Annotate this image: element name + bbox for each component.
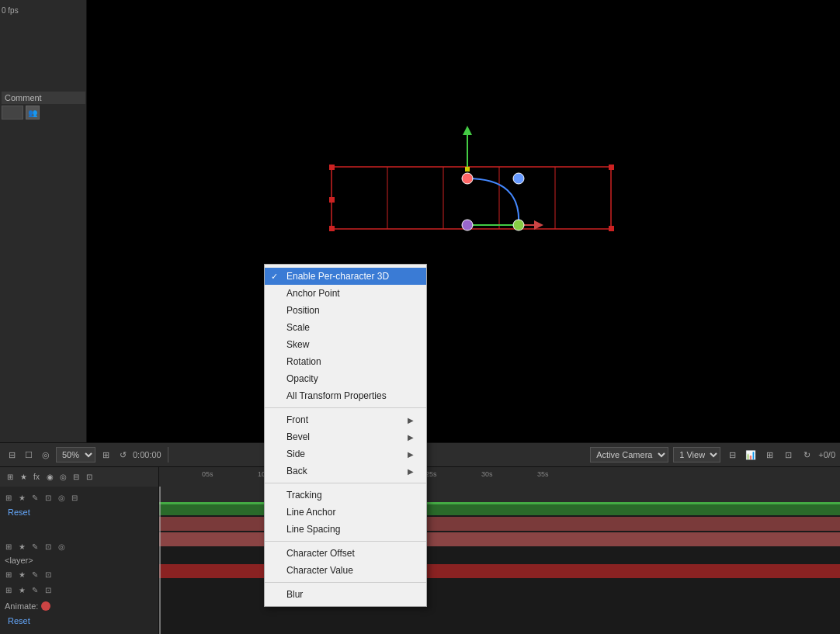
menu-item-label-character-offset: Character Offset [286,548,355,559]
svg-point-17 [462,220,473,230]
toolbar-icon-b[interactable]: 📊 [744,448,758,462]
tl-icon-2c[interactable]: ✎ [30,541,40,552]
menu-item-all-transform[interactable]: All Transform Properties [265,387,426,404]
tl-icon-3c[interactable]: ✎ [30,569,40,580]
menu-item-bevel[interactable]: Bevel▶ [265,428,426,445]
tl-icon-2e[interactable]: ◎ [56,541,67,552]
tl-icon-4b[interactable]: ★ [16,584,27,595]
svg-point-18 [513,220,524,230]
tl-icon-star[interactable]: ★ [16,492,27,503]
menu-item-label-front: Front [286,414,308,425]
reset-row-1: Reset [0,505,158,519]
menu-item-anchor-point[interactable]: Anchor Point [265,285,426,302]
track-pink-1 [159,517,840,531]
tl-icon-5[interactable]: ◎ [57,472,68,483]
toolbar-icon-5[interactable]: ↺ [116,448,130,462]
tl-icon-3a[interactable]: ⊞ [3,569,14,580]
reset-btn-1[interactable]: Reset [5,506,33,518]
toolbar-icon-d[interactable]: ⊡ [781,448,795,462]
tl-icon-1[interactable]: ⊞ [5,472,16,483]
svg-rect-7 [329,226,335,231]
tl-icon-3[interactable]: fx [31,472,42,483]
menu-item-tracking[interactable]: Tracking [265,487,426,504]
menu-item-scale[interactable]: Scale [265,319,426,336]
view-select[interactable]: 1 View [673,447,720,463]
playhead[interactable] [159,487,161,634]
icon-people[interactable]: 👥 [26,106,40,120]
timeline-tracks [159,487,840,634]
reset-btn-2[interactable]: Reset [5,615,33,627]
timecode-display: 0:00:00 [133,450,161,459]
menu-item-line-anchor[interactable]: Line Anchor [265,504,426,521]
menu-item-label-opacity: Opacity [286,373,318,384]
tl-icon-3b[interactable]: ★ [16,569,27,580]
menu-item-label-tracking: Tracking [286,490,322,501]
track-ruler [159,487,840,502]
toolbar-icon-a[interactable]: ⊟ [725,448,739,462]
toolbar-icon-3[interactable]: ◎ [39,448,53,462]
animate-dot[interactable] [41,601,50,611]
menu-item-opacity[interactable]: Opacity [265,370,426,387]
menu-item-character-value[interactable]: Character Value [265,562,426,579]
menu-separator-separator3 [265,541,426,542]
menu-item-label-back: Back [286,466,307,476]
menu-item-blur[interactable]: Blur [265,586,426,603]
toolbar-right: Active Camera 1 View ⊟ 📊 ⊞ ⊡ ↻ +0/0 [590,447,835,463]
tl-icon-eye[interactable]: ◎ [56,492,67,503]
tl-icon-4c[interactable]: ✎ [30,584,40,595]
comment-label: Comment [5,93,42,102]
tl-icon-2b[interactable]: ★ [16,541,27,552]
tl-icon-3d[interactable]: ⊡ [43,569,54,580]
viewport [87,0,840,442]
tl-icon-4a[interactable]: ⊞ [3,584,14,595]
toolbar-icon-fit[interactable]: ⊞ [99,448,113,462]
tl-icon-7[interactable]: ⊡ [84,472,95,483]
comment-area: Comment [2,92,85,104]
menu-item-label-side: Side [286,449,305,459]
toolbar-icon-1[interactable]: ⊟ [5,448,19,462]
tl-icon-2[interactable]: ★ [18,472,29,483]
menu-item-label-line-spacing: Line Spacing [286,524,340,535]
toolbar-icon-e[interactable]: ↻ [800,448,814,462]
zoom-select[interactable]: 50% [56,447,95,463]
tl-icon-4d[interactable]: ⊡ [43,584,54,595]
time-ruler: 05s 10s 15s 20s 25s 30s 35s [159,467,840,487]
tl-icon-2d[interactable]: ⊡ [43,541,54,552]
svg-rect-5 [329,165,335,170]
menu-item-character-offset[interactable]: Character Offset [265,545,426,562]
active-camera-select[interactable]: Active Camera [590,447,668,463]
track-gap [159,548,840,563]
menu-item-front[interactable]: Front▶ [265,411,426,428]
svg-point-16 [513,173,524,184]
viewport-svg [87,0,840,442]
toolbar-icon-2[interactable]: ☐ [22,448,36,462]
time-mark-35s: 35s [537,470,549,478]
svg-rect-8 [609,165,614,170]
tl-icon-6[interactable]: ⊟ [71,472,82,483]
tl-icon-person[interactable]: ⊞ [3,492,14,503]
tl-row-4: ⊞ ★ ✎ ⊡ [0,582,158,598]
tl-icon-brush[interactable]: ✎ [30,492,40,503]
tl-icon-chain[interactable]: ⊡ [43,492,54,503]
tl-icon-2a[interactable]: ⊞ [3,541,14,552]
animate-row: Animate: [5,601,50,611]
tl-icon-lock[interactable]: ⊟ [69,492,80,503]
menu-item-line-spacing[interactable]: Line Spacing [265,521,426,538]
menu-item-back[interactable]: Back▶ [265,463,426,480]
menu-item-arrow-front: ▶ [408,416,414,424]
tl-icon-4[interactable]: ◉ [44,472,55,483]
reset-row-2: Reset [5,615,33,626]
svg-point-15 [462,173,473,184]
menu-item-rotation[interactable]: Rotation [265,353,426,370]
toolbar-icon-c[interactable]: ⊞ [762,448,776,462]
menu-item-skew[interactable]: Skew [265,336,426,353]
menu-item-arrow-bevel: ▶ [408,433,414,442]
menu-separator-separator2 [265,483,426,483]
tl-row-1: ⊞ ★ ✎ ⊡ ◎ ⊟ [0,490,158,505]
timeline-left-controls: ⊞ ★ ✎ ⊡ ◎ ⊟ Reset ⊞ ★ ✎ ⊡ ◎ <layer> ⊞ ★ … [0,487,159,634]
track-green-top [159,502,840,504]
menu-item-side[interactable]: Side▶ [265,445,426,463]
menu-item-label-anchor-point: Anchor Point [286,288,340,299]
menu-item-position[interactable]: Position [265,302,426,319]
menu-item-enable-per-character[interactable]: Enable Per-character 3D [265,268,426,285]
